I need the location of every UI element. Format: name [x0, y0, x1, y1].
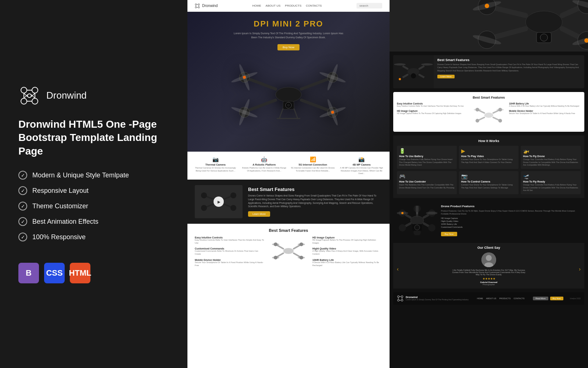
features-list: Modern & Unique Style Temlpate Responsiv… [18, 171, 169, 248]
best-features-title: Best Smart Features [195, 228, 382, 233]
check-icon-3 [18, 202, 27, 210]
hero-buy-button[interactable]: Buy Now [277, 44, 300, 50]
footer-link-1[interactable]: HOME [477, 297, 483, 300]
prev-arrow[interactable]: ‹ [397, 266, 399, 272]
logo-text: Dronwind [46, 90, 87, 101]
bf2-battery: 10HR Battery Life A Device With A 10-Hou… [509, 102, 581, 107]
tech-badges: B CSS HTML [18, 263, 169, 283]
css-badge: CSS [44, 263, 65, 283]
svg-point-21 [276, 87, 301, 102]
mockup-hero: DPI MINI 2 PRO Lorem Ipsum Is Simply Dum… [187, 12, 390, 152]
svg-point-133 [486, 255, 492, 261]
svg-point-138 [401, 299, 403, 301]
product-feature-1: HD Image Capture [441, 217, 581, 219]
svg-point-99 [411, 73, 416, 78]
mockup-best-features: Best Smart Features Easy Intuitive Contr… [187, 224, 390, 271]
features-left: Easy Intuitive Controls Easy Intuitive C… [195, 236, 265, 267]
main-title: Dronwind HTML5 One -Page Bootstrap Templ… [18, 118, 169, 158]
feature-robotic-platform: 🤖 A Robotic Platform Robotic Platforms C… [240, 156, 289, 175]
thermal-camera-icon: 📷 [193, 156, 238, 162]
feature-item-4: Best Animation Effects [18, 217, 169, 226]
center-panel: Dronwind HOME ABOUT US PRODUCTS CONTACTS… [187, 0, 390, 368]
svg-point-55 [230, 205, 236, 211]
how-controller: 🎮 How To Use Controler Insert The Batter… [397, 171, 457, 194]
svg-line-43 [279, 109, 283, 118]
footer-logo: Dronwind [406, 296, 469, 298]
svg-point-16 [198, 7, 200, 8]
svg-point-123 [428, 224, 435, 231]
svg-point-100 [399, 78, 401, 80]
bf2-hd-image: HD Image Capture HD Image Capture Refers… [397, 110, 469, 115]
drone-center-image [270, 236, 307, 266]
right-footer: Dronwind Lorem Ipsum Is Simply Dummy Tex… [393, 292, 584, 305]
controller-icon: 🎮 [399, 173, 455, 179]
how-camera: 📷 How To Control Camera Connect Your Dro… [459, 171, 519, 194]
feature-row-controls: Easy Intuitive Controls Easy Intuitive C… [195, 236, 265, 244]
next-arrow[interactable]: › [579, 266, 581, 272]
camera-icon: 📸 [339, 156, 384, 162]
svg-point-85 [485, 4, 489, 8]
product-feature-3: 10HR Battery Life [441, 223, 581, 225]
check-icon-4 [18, 217, 27, 226]
product-buy-button[interactable]: Buy Now [441, 232, 457, 236]
svg-point-110 [476, 119, 479, 123]
svg-line-44 [294, 109, 298, 118]
svg-point-15 [195, 7, 197, 8]
svg-point-2 [21, 98, 27, 104]
footer-read-more-button[interactable]: Read More [533, 297, 548, 300]
mockup-features-bar: 📷 Thermal Camera Thermal Cameras Or Dron… [187, 152, 390, 180]
product-title: Drone Product Features [441, 205, 581, 208]
product-content: Drone Product Features Product Features:… [441, 205, 581, 236]
hero-desc: Lorem Ipsum Is Simply Dummy Text Of The … [233, 32, 344, 39]
play-button[interactable] [214, 197, 224, 207]
how-it-works-section: How It Works 🔋 How To Use Battery Charge… [393, 135, 584, 198]
svg-line-25 [301, 100, 331, 111]
svg-point-98 [421, 63, 433, 66]
left-panel: Dronwind Dronwind HTML5 One -Page Bootst… [0, 0, 187, 368]
feature-row-video: Hight Quality Video A High Quality Video… [312, 247, 382, 255]
svg-line-24 [246, 100, 276, 111]
how-fly: 🚁 How To Fly Drone Charge Your Controlle… [521, 146, 581, 169]
svg-point-131 [401, 212, 404, 214]
svg-point-8 [28, 94, 31, 98]
mockup-search-input[interactable] [356, 3, 382, 8]
feature-item-2: Responsive Layout [18, 186, 169, 195]
svg-point-135 [398, 296, 399, 297]
how-it-works-title: How It Works [397, 139, 581, 143]
copyright: Unelyto 2022 [570, 297, 581, 300]
html-badge: HTML [70, 263, 90, 283]
5g-icon: 📶 [290, 156, 336, 162]
mockup-logo: Dronwind [195, 3, 218, 8]
feature-thermal-camera: 📷 Thermal Camera Thermal Cameras Or Dron… [191, 156, 240, 175]
svg-point-109 [498, 108, 502, 112]
footer-link-2[interactable]: ABOUT US [486, 297, 496, 300]
bf2-mobile: Mobile Device Holder Secure Your Smartph… [509, 110, 581, 115]
svg-point-136 [401, 296, 403, 297]
svg-point-137 [398, 299, 399, 301]
features-grid: Easy Intuitive Controls Easy Intuitive C… [195, 236, 382, 267]
footer-buy-now-button[interactable]: Buy Now [550, 297, 563, 300]
smart-card-desc: Drones Come In Various Shapes And Sizes … [437, 63, 581, 72]
product-features-section: Drone Product Features Product Features:… [393, 202, 584, 239]
svg-point-113 [410, 216, 424, 225]
svg-point-1 [32, 87, 38, 93]
client-quote: I Am Totally Fultileld Fully Rechnow Me … [452, 269, 526, 276]
footer-link-4[interactable]: CONTACTS [513, 297, 524, 300]
footer-link-3[interactable]: PRODUCTS [499, 297, 511, 300]
robotic-icon: 🤖 [242, 156, 287, 162]
smart-card-learn-button[interactable]: Learn More [437, 75, 455, 78]
feature-4b-camera: 📸 4B MP Camera A 4B MP Camera On A Drone… [337, 156, 386, 175]
feature-row-battery: 10HR Battery Life A Device With A 10-Hou… [312, 259, 382, 267]
svg-line-22 [246, 78, 276, 89]
svg-point-13 [195, 4, 197, 5]
feature-5g: 📶 5G Internet Connection 5G Internet Con… [288, 156, 337, 175]
svg-point-96 [424, 76, 430, 82]
check-icon-2 [18, 186, 27, 195]
learn-more-button[interactable]: Learn More [248, 211, 270, 217]
svg-point-54 [201, 205, 207, 211]
right-panel: Best Smart Features Drones Come In Vario… [390, 0, 588, 368]
smart-video-thumbnail[interactable] [195, 185, 243, 218]
how-battery: 🔋 How To Use Battery Charge Your Batteri… [397, 146, 457, 169]
mockup-nav-links: HOME ABOUT US PRODUCTS CONTACTS [252, 4, 322, 7]
client-say-section: Our Client Say ‹ I Am Totally Fultileld … [393, 243, 584, 289]
